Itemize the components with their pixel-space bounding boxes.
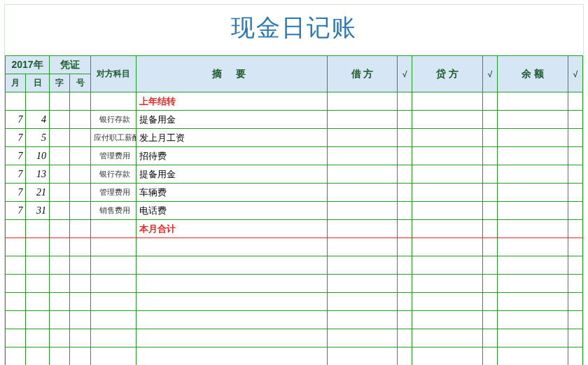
cell-credit[interactable] — [412, 329, 483, 347]
cell-day[interactable]: 10 — [26, 147, 50, 165]
cell-check3[interactable] — [568, 238, 582, 256]
cell-summary[interactable] — [136, 311, 327, 329]
cell-credit[interactable] — [412, 147, 483, 165]
cell-subject[interactable] — [90, 311, 136, 329]
cell-check1[interactable] — [398, 220, 412, 238]
cell-balance[interactable] — [498, 293, 568, 311]
cell-word[interactable] — [49, 165, 69, 184]
cell-credit[interactable] — [412, 184, 483, 202]
cell-subject[interactable]: 管理费用 — [90, 147, 136, 165]
cell-word[interactable] — [49, 329, 69, 347]
cell-credit[interactable] — [412, 238, 483, 256]
cell-month[interactable] — [6, 256, 26, 275]
cell-summary[interactable]: 提备用金 — [136, 111, 327, 129]
cell-check2[interactable] — [483, 347, 498, 366]
cell-summary[interactable] — [136, 329, 327, 347]
cell-credit[interactable] — [412, 92, 483, 111]
cell-check2[interactable] — [483, 147, 498, 165]
cell-summary[interactable]: 车辆费 — [136, 184, 327, 202]
cell-subject[interactable]: 应付职工薪酬 — [90, 129, 136, 147]
cell-day[interactable] — [26, 238, 50, 256]
cell-check1[interactable] — [398, 184, 412, 202]
cell-debit[interactable] — [327, 220, 398, 238]
cell-number[interactable] — [70, 147, 90, 165]
cell-debit[interactable] — [327, 347, 398, 366]
cell-credit[interactable] — [412, 220, 483, 238]
cell-day[interactable] — [26, 329, 50, 347]
cell-balance[interactable] — [498, 220, 568, 238]
cell-debit[interactable] — [327, 256, 398, 275]
cell-check3[interactable] — [568, 293, 582, 311]
cell-balance[interactable] — [498, 111, 568, 129]
cell-day[interactable]: 21 — [26, 184, 50, 202]
cell-credit[interactable] — [412, 347, 483, 366]
cell-check2[interactable] — [483, 184, 498, 202]
cell-subject[interactable] — [90, 293, 136, 311]
cell-month[interactable] — [6, 220, 26, 238]
cell-subject[interactable] — [90, 238, 136, 256]
cell-check3[interactable] — [568, 147, 582, 165]
cell-debit[interactable] — [327, 111, 398, 129]
cell-number[interactable] — [70, 293, 90, 311]
cell-credit[interactable] — [412, 311, 483, 329]
cell-word[interactable] — [49, 220, 69, 238]
cell-day[interactable]: 4 — [26, 111, 50, 129]
cell-balance[interactable] — [498, 202, 568, 220]
cell-subject[interactable]: 管理费用 — [90, 184, 136, 202]
cell-credit[interactable] — [412, 129, 483, 147]
cell-credit[interactable] — [412, 275, 483, 293]
cell-word[interactable] — [49, 293, 69, 311]
cell-balance[interactable] — [498, 129, 568, 147]
cell-debit[interactable] — [327, 329, 398, 347]
cell-check3[interactable] — [568, 92, 582, 111]
cell-credit[interactable] — [412, 202, 483, 220]
cell-summary[interactable]: 电话费 — [136, 202, 327, 220]
cell-check1[interactable] — [398, 202, 412, 220]
cell-check3[interactable] — [568, 202, 582, 220]
cell-summary[interactable]: 本月合计 — [136, 220, 327, 238]
cell-debit[interactable] — [327, 92, 398, 111]
cell-balance[interactable] — [498, 184, 568, 202]
cell-day[interactable]: 31 — [26, 202, 50, 220]
cell-check2[interactable] — [483, 238, 498, 256]
cell-check2[interactable] — [483, 202, 498, 220]
cell-debit[interactable] — [327, 293, 398, 311]
cell-number[interactable] — [70, 165, 90, 184]
cell-word[interactable] — [49, 92, 69, 111]
cell-check1[interactable] — [398, 293, 412, 311]
cell-summary[interactable] — [136, 238, 327, 256]
cell-month[interactable]: 7 — [6, 184, 26, 202]
cell-debit[interactable] — [327, 147, 398, 165]
cell-month[interactable] — [6, 329, 26, 347]
cell-check3[interactable] — [568, 220, 582, 238]
cell-check2[interactable] — [483, 165, 498, 184]
cell-debit[interactable] — [327, 311, 398, 329]
cell-day[interactable] — [26, 293, 50, 311]
cell-summary[interactable]: 招待费 — [136, 147, 327, 165]
cell-balance[interactable] — [498, 256, 568, 275]
cell-credit[interactable] — [412, 165, 483, 184]
cell-number[interactable] — [70, 202, 90, 220]
cell-subject[interactable] — [90, 92, 136, 111]
cell-subject[interactable]: 银行存款 — [90, 111, 136, 129]
cell-subject[interactable] — [90, 275, 136, 293]
cell-summary[interactable]: 提备用金 — [136, 165, 327, 184]
cell-check2[interactable] — [483, 129, 498, 147]
cell-month[interactable] — [6, 238, 26, 256]
cell-month[interactable] — [6, 293, 26, 311]
cell-subject[interactable]: 销售费用 — [90, 202, 136, 220]
cell-summary[interactable]: 发上月工资 — [136, 129, 327, 147]
cell-summary[interactable] — [136, 275, 327, 293]
cell-number[interactable] — [70, 220, 90, 238]
cell-summary[interactable]: 上年结转 — [136, 92, 327, 111]
cell-word[interactable] — [49, 147, 69, 165]
cell-month[interactable] — [6, 311, 26, 329]
cell-day[interactable] — [26, 92, 50, 111]
cell-balance[interactable] — [498, 92, 568, 111]
cell-number[interactable] — [70, 92, 90, 111]
cell-balance[interactable] — [498, 347, 568, 366]
cell-number[interactable] — [70, 111, 90, 129]
cell-subject[interactable] — [90, 220, 136, 238]
cell-check1[interactable] — [398, 92, 412, 111]
cell-month[interactable]: 7 — [6, 202, 26, 220]
